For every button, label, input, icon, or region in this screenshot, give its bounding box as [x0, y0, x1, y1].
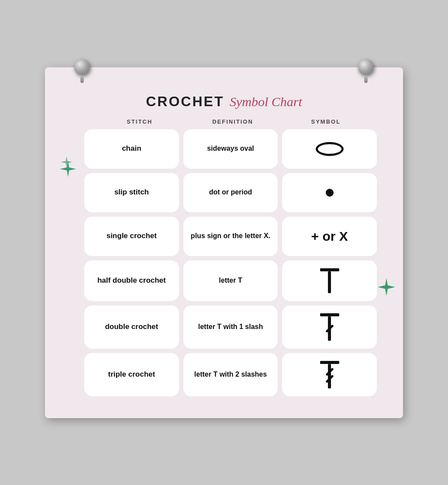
def-cell-hdc: letter T: [183, 260, 278, 301]
sym-cell-slip: [282, 173, 377, 212]
def-label: sideways oval: [207, 144, 254, 153]
def-label: plus sign or the letter X.: [191, 232, 270, 241]
stitch-cell-chain: chain: [84, 129, 179, 169]
pushpin-top-right: [355, 59, 377, 81]
def-cell-single: plus sign or the letter X.: [183, 217, 278, 256]
header-symbol: SYMBOL: [279, 118, 372, 125]
def-cell-tc: letter T with 2 slashes: [183, 353, 278, 396]
def-label: letter T with 1 slash: [198, 322, 263, 332]
def-cell-slip: dot or period: [183, 173, 278, 212]
svg-marker-1: [60, 161, 76, 177]
stitch-cell-tc: triple crochet: [84, 353, 179, 396]
poster: CROCHET Symbol Chart STITCH DEFINITION S…: [45, 67, 403, 418]
svg-marker-2: [378, 278, 395, 296]
table-row: single crochet plus sign or the letter X…: [84, 217, 377, 256]
stitch-label: slip stitch: [114, 187, 149, 197]
header-definition: DEFINITION: [186, 118, 279, 125]
def-label: letter T with 2 slashes: [194, 370, 267, 379]
column-headers: STITCH DEFINITION SYMBOL: [89, 118, 377, 125]
table-row: half double crochet letter T: [84, 260, 377, 301]
sym-cell-tc: [282, 353, 377, 396]
chart-grid: chain sideways oval slip stitch dot or p…: [84, 129, 377, 396]
stitch-cell-slip: slip stitch: [84, 173, 179, 212]
def-label: dot or period: [209, 188, 252, 197]
oval-symbol: [316, 142, 344, 156]
header-stitch: STITCH: [93, 118, 186, 125]
sym-cell-single: + or X: [282, 217, 377, 256]
table-row: chain sideways oval: [84, 129, 377, 169]
stitch-label: double crochet: [105, 322, 158, 332]
table-row: triple crochet letter T with 2 slashes: [84, 353, 377, 396]
sparkle-left: [57, 155, 76, 177]
stitch-label: half double crochet: [97, 276, 166, 285]
t1-symbol: [320, 313, 339, 341]
plus-x-symbol: + or X: [311, 229, 348, 244]
title-crochet: CROCHET: [146, 94, 224, 109]
pushpin-top-left: [71, 59, 93, 81]
stitch-label: chain: [122, 144, 141, 153]
svg-marker-0: [61, 156, 72, 167]
stitch-cell-dc: double crochet: [84, 305, 179, 349]
table-row: double crochet letter T with 1 slash: [84, 305, 377, 349]
def-label: letter T: [219, 276, 242, 285]
stitch-cell-single: single crochet: [84, 217, 179, 256]
t-symbol: [320, 268, 339, 293]
poster-wrapper: CROCHET Symbol Chart STITCH DEFINITION S…: [45, 67, 403, 418]
title-subtitle: Symbol Chart: [230, 94, 302, 109]
table-row: slip stitch dot or period: [84, 173, 377, 212]
t2-symbol: [320, 361, 339, 388]
title-row: CROCHET Symbol Chart: [71, 94, 377, 110]
sym-cell-chain: [282, 129, 377, 169]
stitch-cell-hdc: half double crochet: [84, 260, 179, 301]
def-cell-chain: sideways oval: [183, 129, 278, 169]
stitch-label: triple crochet: [108, 370, 155, 379]
dot-symbol: [326, 189, 334, 197]
sparkle-right: [378, 278, 395, 296]
stitch-label: single crochet: [107, 231, 157, 241]
def-cell-dc: letter T with 1 slash: [183, 305, 278, 349]
sym-cell-hdc: [282, 260, 377, 301]
sym-cell-dc: [282, 305, 377, 349]
